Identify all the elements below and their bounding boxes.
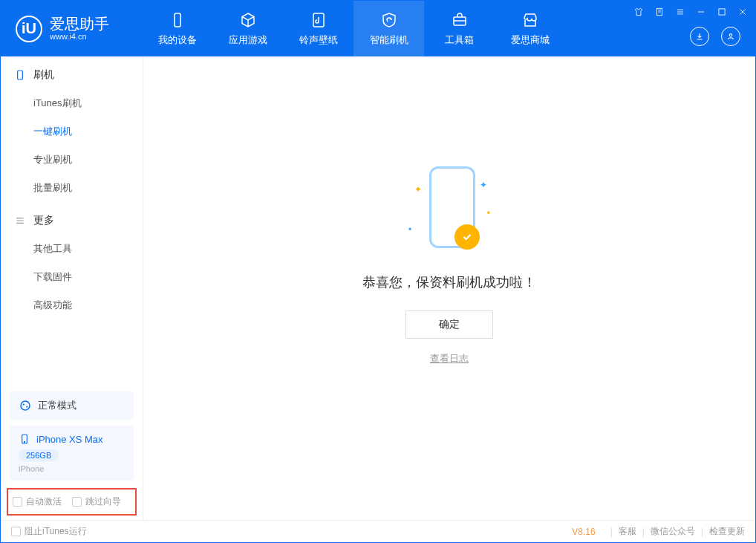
note-icon[interactable]	[653, 5, 666, 19]
nav-label: 智能刷机	[370, 33, 408, 47]
nav-label: 铃声壁纸	[299, 33, 338, 47]
svg-point-8	[23, 403, 25, 405]
sidebar-item-itunes-flash[interactable]: iTunes刷机	[1, 89, 143, 117]
sidebar-group-flash: 刷机	[1, 56, 143, 89]
store-icon	[521, 11, 539, 29]
sidebar-item-oneclick-flash[interactable]: 一键刷机	[1, 117, 143, 146]
nav-apps[interactable]: 应用游戏	[212, 1, 283, 56]
checkbox-auto-activate[interactable]: 自动激活	[13, 495, 62, 508]
top-nav: 我的设备 应用游戏 铃声壁纸 智能刷机 工具箱 爱思商城	[142, 1, 565, 56]
sidebar-bottom: 正常模式 iPhone XS Max 256GB iPhone 自动激活 跳过向…	[1, 386, 143, 520]
sidebar-item-advanced[interactable]: 高级功能	[1, 291, 143, 319]
cube-icon	[239, 11, 257, 29]
view-log-link[interactable]: 查看日志	[430, 352, 469, 365]
nav-label: 工具箱	[445, 33, 474, 47]
window-controls	[632, 5, 749, 19]
footer-link-wechat[interactable]: 微信公众号	[651, 525, 695, 538]
status-bar: 阻止iTunes运行 V8.16 | 客服 | 微信公众号 | 检查更新	[1, 520, 755, 542]
group-label: 刷机	[33, 68, 54, 82]
app-name: 爱思助手	[50, 16, 109, 32]
download-icon[interactable]	[690, 27, 709, 46]
nav-label: 爱思商城	[511, 33, 550, 47]
refresh-shield-icon	[380, 11, 398, 29]
device-capacity: 256GB	[19, 449, 59, 461]
app-header: iU 爱思助手 www.i4.cn 我的设备 应用游戏 铃声壁纸 智能刷机 工具…	[1, 1, 755, 56]
logo-area: iU 爱思助手 www.i4.cn	[1, 1, 142, 56]
music-file-icon	[310, 11, 328, 29]
nav-store[interactable]: 爱思商城	[495, 1, 565, 56]
device-name: iPhone XS Max	[19, 433, 125, 445]
svg-point-11	[24, 441, 25, 442]
close-icon[interactable]	[736, 5, 749, 19]
ok-button[interactable]: 确定	[405, 310, 493, 339]
nav-flash[interactable]: 智能刷机	[353, 1, 424, 56]
sidebar-item-other-tools[interactable]: 其他工具	[1, 235, 143, 263]
mode-box[interactable]: 正常模式	[10, 391, 134, 420]
nav-toolbox[interactable]: 工具箱	[424, 1, 495, 56]
app-body: 刷机 iTunes刷机 一键刷机 专业刷机 批量刷机 更多 其他工具 下载固件 …	[1, 56, 755, 520]
svg-rect-0	[175, 13, 180, 27]
minimize-icon[interactable]	[694, 5, 708, 19]
highlighted-options: 自动激活 跳过向导	[7, 488, 137, 516]
nav-label: 我的设备	[158, 33, 197, 47]
logo-text: 爱思助手 www.i4.cn	[50, 16, 109, 41]
svg-point-5	[729, 34, 732, 37]
device-type: iPhone	[19, 464, 125, 473]
checkbox-block-itunes[interactable]: 阻止iTunes运行	[11, 525, 87, 538]
sidebar-item-pro-flash[interactable]: 专业刷机	[1, 146, 143, 174]
user-icon[interactable]	[721, 27, 740, 46]
svg-rect-4	[719, 9, 725, 15]
nav-ringtones[interactable]: 铃声壁纸	[283, 1, 353, 56]
nav-label: 应用游戏	[229, 33, 267, 47]
spark-icon: ✦	[414, 184, 422, 195]
shirt-icon[interactable]	[632, 5, 645, 19]
spark-icon: •	[408, 224, 411, 235]
app-site: www.i4.cn	[50, 32, 109, 41]
footer-right: V8.16 | 客服 | 微信公众号 | 检查更新	[572, 525, 745, 538]
checkbox-skip-guide[interactable]: 跳过向导	[72, 495, 121, 508]
group-label: 更多	[33, 214, 54, 227]
success-message: 恭喜您，保资料刷机成功啦！	[362, 273, 536, 291]
mode-label: 正常模式	[38, 399, 76, 412]
device-icon	[169, 11, 186, 29]
logo-icon: iU	[16, 16, 42, 42]
header-actions	[690, 27, 740, 46]
footer-link-update[interactable]: 检查更新	[709, 525, 745, 538]
spark-icon: ✦	[480, 180, 487, 190]
success-illustration: ✦ ✦ • •	[416, 166, 483, 256]
svg-rect-6	[18, 71, 23, 79]
footer-link-support[interactable]: 客服	[619, 525, 636, 538]
nav-my-device[interactable]: 我的设备	[142, 1, 212, 56]
sidebar-group-more: 更多	[1, 202, 143, 235]
svg-point-7	[21, 401, 30, 410]
toolbox-icon	[451, 11, 469, 29]
version-label: V8.16	[572, 527, 595, 537]
device-box[interactable]: iPhone XS Max 256GB iPhone	[10, 426, 134, 481]
svg-point-9	[26, 406, 27, 407]
main-content: ✦ ✦ • • 恭喜您，保资料刷机成功啦！ 确定 查看日志	[143, 56, 755, 520]
spark-icon: •	[487, 208, 490, 218]
sidebar: 刷机 iTunes刷机 一键刷机 专业刷机 批量刷机 更多 其他工具 下载固件 …	[1, 56, 143, 520]
maximize-icon[interactable]	[715, 5, 729, 19]
footer-left: 阻止iTunes运行	[11, 525, 87, 538]
menu-icon[interactable]	[674, 5, 687, 19]
sidebar-item-batch-flash[interactable]: 批量刷机	[1, 174, 143, 202]
sidebar-item-download-fw[interactable]: 下载固件	[1, 263, 143, 291]
check-badge-icon	[454, 224, 480, 250]
